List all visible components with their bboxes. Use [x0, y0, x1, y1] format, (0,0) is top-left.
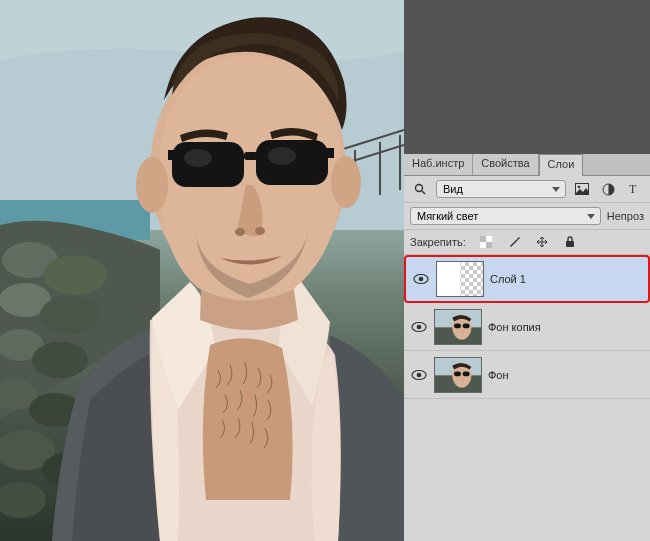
layer-name-label[interactable]: Слой 1 [490, 273, 526, 285]
svg-line-31 [422, 191, 425, 194]
svg-rect-40 [566, 241, 574, 247]
lock-all-icon[interactable] [560, 233, 580, 251]
tab-tool-presets[interactable]: Наб.инстр [404, 154, 473, 175]
svg-rect-25 [326, 148, 334, 158]
svg-rect-49 [463, 323, 470, 328]
svg-point-42 [419, 277, 424, 282]
filter-row: Вид T [404, 176, 650, 203]
photo-content [0, 0, 404, 541]
svg-rect-24 [168, 150, 176, 160]
svg-rect-38 [486, 236, 492, 242]
svg-rect-56 [463, 371, 470, 376]
blend-mode-select[interactable]: Мягкий свет [410, 207, 601, 225]
tab-properties[interactable]: Свойства [473, 154, 538, 175]
search-icon [410, 180, 430, 198]
visibility-toggle-icon[interactable] [412, 270, 430, 288]
svg-rect-23 [244, 152, 258, 160]
svg-rect-39 [480, 242, 486, 248]
layer-row-selected[interactable]: Слой 1 [404, 255, 650, 303]
svg-rect-55 [454, 371, 461, 376]
svg-point-28 [235, 228, 245, 236]
svg-point-51 [417, 372, 422, 377]
layer-name-label[interactable]: Фон [488, 369, 509, 381]
layers-list: Слой 1 Фон копия Фон [404, 255, 650, 541]
svg-point-29 [255, 227, 265, 235]
lock-label: Закрепить: [410, 236, 466, 248]
svg-point-33 [578, 186, 581, 189]
svg-point-30 [416, 185, 423, 192]
svg-point-12 [32, 342, 88, 378]
filter-type-icon[interactable]: T [624, 180, 644, 198]
svg-rect-22 [256, 140, 328, 185]
layer-row[interactable]: Фон копия [404, 303, 650, 351]
blend-row: Мягкий свет Непроз [404, 203, 650, 230]
lock-transparency-icon[interactable] [476, 233, 496, 251]
svg-point-20 [331, 156, 361, 208]
tab-layers[interactable]: Слои [539, 154, 584, 176]
visibility-toggle-icon[interactable] [410, 318, 428, 336]
visibility-toggle-icon[interactable] [410, 366, 428, 384]
filter-type-select[interactable]: Вид [436, 180, 566, 198]
svg-point-44 [417, 324, 422, 329]
layer-thumbnail[interactable] [434, 309, 482, 345]
panel-background [404, 0, 650, 154]
svg-point-17 [0, 482, 46, 518]
lock-row: Закрепить: [404, 230, 650, 255]
svg-point-26 [184, 149, 212, 167]
layers-panel: Наб.инстр Свойства Слои Вид T Мягкий све… [404, 154, 650, 541]
layer-thumbnail[interactable] [434, 357, 482, 393]
lock-pixels-icon[interactable] [504, 233, 524, 251]
svg-rect-21 [172, 142, 244, 187]
svg-text:T: T [629, 183, 637, 195]
svg-point-19 [136, 157, 168, 213]
svg-point-27 [268, 147, 296, 165]
svg-rect-36 [480, 236, 486, 242]
lock-position-icon[interactable] [532, 233, 552, 251]
svg-point-8 [43, 255, 107, 295]
svg-point-10 [40, 296, 100, 334]
layer-thumbnail[interactable] [436, 261, 484, 297]
svg-rect-37 [486, 242, 492, 248]
layer-name-label[interactable]: Фон копия [488, 321, 541, 333]
panel-tabs: Наб.инстр Свойства Слои [404, 154, 650, 176]
filter-image-icon[interactable] [572, 180, 592, 198]
opacity-label: Непроз [607, 210, 644, 222]
layer-row[interactable]: Фон [404, 351, 650, 399]
svg-rect-48 [454, 323, 461, 328]
filter-adjustment-icon[interactable] [598, 180, 618, 198]
document-canvas[interactable] [0, 0, 404, 541]
